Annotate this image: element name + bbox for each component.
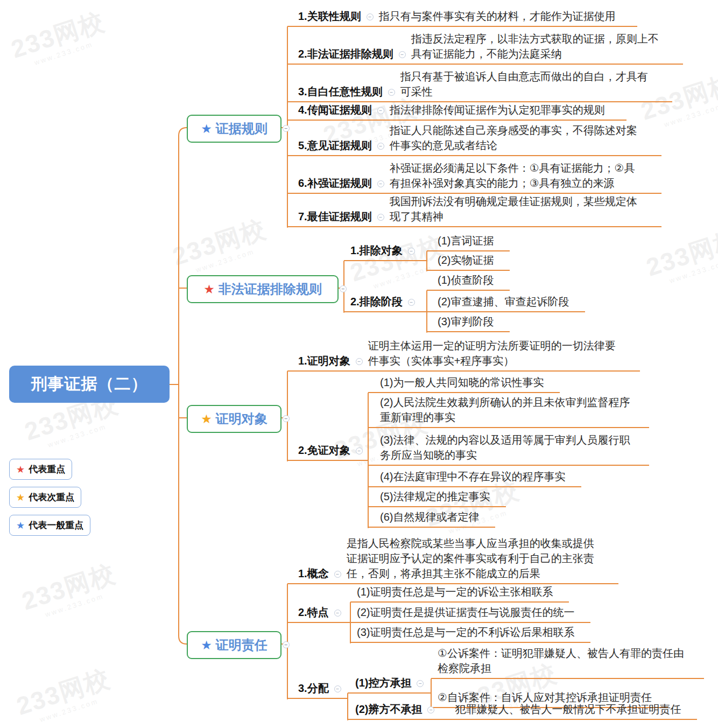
topic-row[interactable]: (1)证明责任总是与一定的诉讼主张相联系 <box>350 584 569 603</box>
topic-row[interactable]: 7.最佳证据规则 − 我国刑诉法没有明确规定最佳证据规则，某些规定体现了其精神 <box>287 193 661 227</box>
collapse-icon[interactable]: − <box>408 248 415 255</box>
topic-row[interactable]: (3)法律、法规的内容以及适用等属于审判人员履行职务所应当知晓的事实 <box>368 431 649 466</box>
connector <box>179 128 187 644</box>
topic-desc: 指只有基于被追诉人自由意志而做出的自白，才具有可采性 <box>400 69 651 99</box>
topic-row[interactable]: 5.意见证据规则 − 指证人只能陈述自己亲身感受的事实，不得陈述对案件事实的意见… <box>287 122 661 156</box>
topic-label: 6.补强证据规则 <box>298 176 372 190</box>
collapse-icon[interactable]: − <box>408 299 415 306</box>
topic-desc: (2)人民法院生效裁判所确认的并且未依审判监督程序重新审理的事实 <box>380 395 633 425</box>
collapse-icon[interactable]: − <box>417 680 424 687</box>
topic-label: 1.证明对象 <box>298 354 350 368</box>
topic-row[interactable]: (6)自然规律或者定律 <box>368 509 495 528</box>
topic-label: 1.排除对象 <box>350 243 403 257</box>
root-topic-label: 刑事证据（二） <box>31 373 148 395</box>
collapse-icon[interactable]: − <box>334 571 341 578</box>
topic-row[interactable]: (2)实物证据 <box>427 253 510 271</box>
topic-label: 2.排除阶段 <box>350 295 403 309</box>
topic-label: 1.关联性规则 <box>298 9 361 23</box>
topic-desc: (3)证明责任总是与一定的不利诉讼后果相联系 <box>357 625 574 640</box>
legend-label: 代表一般重点 <box>29 519 83 531</box>
topic-desc: ①公诉案件：证明犯罪嫌疑人、被告人有罪的责任由检察院承担 <box>438 646 688 676</box>
topic-row[interactable]: (3)证明责任总是与一定的不利诉讼后果相联系 <box>350 625 590 643</box>
collapse-icon[interactable]: − <box>388 89 395 96</box>
collapse-icon[interactable]: − <box>399 51 406 58</box>
topic-desc: (6)自然规律或者定律 <box>380 509 479 524</box>
star-icon: ★ <box>201 639 212 652</box>
topic-row[interactable]: (4)在法庭审理中不存在异议的程序事实 <box>368 469 581 487</box>
branch-topic-proof-object[interactable]: ★ 证明对象 − <box>187 405 281 433</box>
topic-row[interactable]: 1.排除对象 − <box>344 243 427 261</box>
topic-desc: 证明主体运用一定的证明方法所要证明的一切法律要件事实（实体事实+程序事实） <box>368 338 618 368</box>
topic-desc: 指法律排除传闻证据作为认定犯罪事实的规则 <box>390 102 605 117</box>
topic-row[interactable]: 4.传闻证据规则 − 指法律排除传闻证据作为认定犯罪事实的规则 <box>287 102 627 121</box>
collapse-icon[interactable]: − <box>334 685 341 692</box>
branch-label: 非法证据排除规则 <box>219 281 322 298</box>
collapse-icon[interactable]: − <box>377 214 384 221</box>
collapse-icon[interactable]: − <box>356 447 363 454</box>
topic-desc: 指只有与案件事实有关的材料，才能作为证据使用 <box>379 9 616 24</box>
topic-row[interactable]: (1)控方承担 − <box>348 675 431 694</box>
topic-label: 5.意见证据规则 <box>298 138 372 152</box>
topic-row[interactable]: (2)证明责任是提供证据责任与说服责任的统一 <box>350 605 590 623</box>
collapse-icon[interactable]: − <box>283 415 290 422</box>
branch-label: 证据规则 <box>216 120 268 137</box>
topic-label: 7.最佳证据规则 <box>298 209 372 223</box>
collapse-icon[interactable]: − <box>427 706 434 713</box>
topic-row[interactable]: 1.证明对象 − 证明主体运用一定的证明方法所要证明的一切法律要件事实（实体事实… <box>287 337 640 372</box>
topic-desc: 我国刑诉法没有明确规定最佳证据规则，某些规定体现了其精神 <box>390 194 640 224</box>
topic-row[interactable]: 3.自白任意性规则 − 指只有基于被追诉人自由意志而做出的自白，才具有可采性 <box>287 68 672 102</box>
topic-row[interactable]: (2)人民法院生效裁判所确认的并且未依审判监督程序重新审理的事实 <box>368 394 649 428</box>
topic-desc: 犯罪嫌疑人、被告人一般情况下不承担证明责任 <box>455 702 681 717</box>
topic-row[interactable]: 3.分配 − <box>287 681 348 699</box>
topic-row[interactable]: 1.概念 − 是指人民检察院或某些当事人应当承担的收集或提供证据证明应予认定的案… <box>287 534 618 584</box>
topic-row[interactable]: 1.关联性规则 − 指只有与案件事实有关的材料，才能作为证据使用 <box>287 9 637 27</box>
legend-label: 代表次重点 <box>29 491 74 503</box>
topic-row[interactable]: ①公诉案件：证明犯罪嫌疑人、被告人有罪的责任由检察院承担 <box>431 645 704 679</box>
branch-topic-illegal-evidence-exclusion[interactable]: ★ 非法证据排除规则 − <box>187 275 339 303</box>
collapse-icon[interactable]: − <box>377 143 384 150</box>
legend-item-secondary: ★ 代表次重点 <box>9 487 81 508</box>
collapse-icon[interactable]: − <box>283 641 290 648</box>
topic-row[interactable]: (2)审查逮捕、审查起诉阶段 <box>427 294 585 312</box>
branch-topic-evidence-rules[interactable]: ★ 证据规则 − <box>187 115 281 143</box>
topic-desc: (3)法律、法规的内容以及适用等属于审判人员履行职务所应当知晓的事实 <box>380 432 633 463</box>
topic-row[interactable]: (1)为一般人共同知晓的常识性事实 <box>368 375 560 393</box>
collapse-icon[interactable]: − <box>356 358 363 365</box>
topic-row[interactable]: 2.排除阶段 − <box>344 294 427 312</box>
topic-row[interactable]: (1)侦查阶段 <box>427 272 510 291</box>
root-topic[interactable]: 刑事证据（二） <box>9 366 170 403</box>
topic-row[interactable]: (3)审判阶段 <box>427 314 510 332</box>
topic-desc: (5)法律规定的推定事实 <box>380 489 490 504</box>
star-icon: ★ <box>16 465 25 474</box>
topic-label: 4.传闻证据规则 <box>298 103 372 117</box>
topic-desc: (1)侦查阶段 <box>438 272 494 288</box>
collapse-icon[interactable]: − <box>367 13 374 20</box>
topic-row[interactable]: 2.非法证据排除规则 − 指违反法定程序，以非法方式获取的证据，原则上不具有证据… <box>287 30 683 65</box>
topic-label: (2)辨方不承担 <box>355 702 422 716</box>
topic-desc: 补强证据必须满足以下条件：①具有证据能力；②具有担保补强对象真实的能力；③具有独… <box>390 160 640 191</box>
legend-label: 代表重点 <box>29 463 65 475</box>
topic-desc: (3)审判阶段 <box>438 314 494 329</box>
topic-desc: (1)证明责任总是与一定的诉讼主张相联系 <box>357 584 553 599</box>
star-icon: ★ <box>201 123 212 135</box>
topic-label: 3.自白任意性规则 <box>298 85 383 99</box>
topic-desc: 指证人只能陈述自己亲身感受的事实，不得陈述对案件事实的意见或者结论 <box>390 123 640 153</box>
topic-label: 1.概念 <box>298 566 329 580</box>
topic-desc: 是指人民检察院或某些当事人应当承担的收集或提供证据证明应予认定的案件事实或有利于… <box>347 536 597 581</box>
collapse-icon[interactable]: − <box>377 107 384 114</box>
collapse-icon[interactable]: − <box>334 610 341 617</box>
topic-row[interactable]: (2)辨方不承担 − 犯罪嫌疑人、被告人一般情况下不承担证明责任 <box>348 702 697 720</box>
star-icon: ★ <box>201 413 212 425</box>
topic-row[interactable]: 6.补强证据规则 − 补强证据必须满足以下条件：①具有证据能力；②具有担保补强对… <box>287 159 661 194</box>
collapse-icon[interactable]: − <box>377 180 384 187</box>
legend-item-general: ★ 代表一般重点 <box>9 515 90 536</box>
topic-desc: 指违反法定程序，以非法方式获取的证据，原则上不具有证据能力，不能为法庭采纳 <box>411 31 661 61</box>
topic-label: 2.特点 <box>298 605 329 619</box>
topic-row[interactable]: (1)言词证据 <box>427 233 510 251</box>
topic-row[interactable]: (5)法律规定的推定事实 <box>368 489 506 507</box>
collapse-icon[interactable]: − <box>340 285 347 292</box>
star-icon: ★ <box>16 521 25 530</box>
topic-row[interactable]: 2.免证对象 − <box>287 443 368 461</box>
topic-row[interactable]: 2.特点 − <box>287 605 350 623</box>
branch-topic-burden-of-proof[interactable]: ★ 证明责任 − <box>187 631 281 659</box>
